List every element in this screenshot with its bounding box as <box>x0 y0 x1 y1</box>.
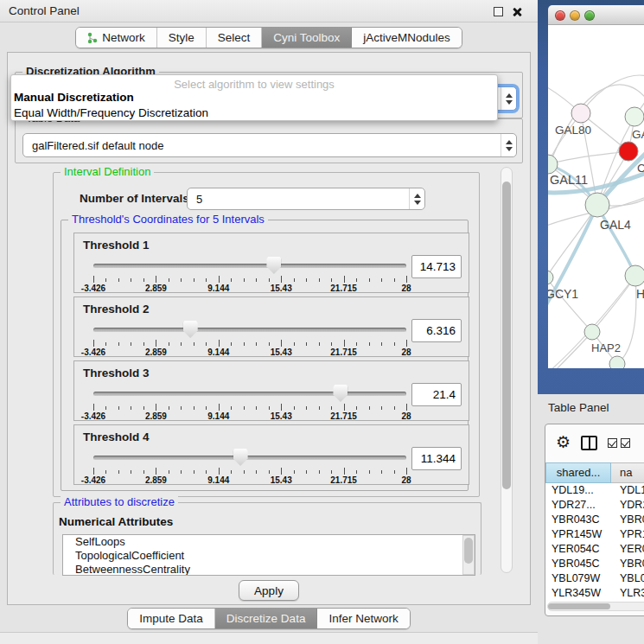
control-panel-titlebar: Control Panel <box>0 0 538 22</box>
threshold-value-field[interactable]: 6.316 <box>411 319 462 342</box>
threshold-value-field[interactable]: 14.713 <box>411 255 462 278</box>
network-node[interactable] <box>571 104 590 123</box>
close-traffic-light[interactable] <box>555 10 565 21</box>
table-data-combobox[interactable]: galFiltered.sif default node <box>22 133 517 157</box>
slider-handle[interactable] <box>266 257 281 274</box>
tick-mark <box>406 276 407 283</box>
tick-mark <box>369 342 370 346</box>
network-node[interactable] <box>548 271 553 284</box>
slider-handle[interactable] <box>333 385 348 402</box>
tab-infer-network[interactable]: Infer Network <box>317 609 409 628</box>
network-node[interactable] <box>619 142 638 161</box>
network-node[interactable] <box>585 193 609 217</box>
table-row[interactable]: YBL079WYBL0 <box>545 571 644 586</box>
tab-discretize-data[interactable]: Discretize Data <box>215 609 318 628</box>
zoom-traffic-light[interactable] <box>584 10 595 21</box>
tick-mark <box>231 470 232 474</box>
tick-mark <box>356 406 357 410</box>
algorithm-item-manual[interactable]: Manual Discretization <box>11 90 497 105</box>
cell-shared-name: YLR345W <box>545 586 611 601</box>
checkbox-checked-icon[interactable] <box>621 438 630 448</box>
threshold-value-field[interactable]: 21.4 <box>411 383 462 406</box>
attribute-list-item[interactable]: TopologicalCoefficient <box>63 549 475 563</box>
slider-handle[interactable] <box>183 321 198 338</box>
slider-ticks <box>93 404 406 411</box>
tick-mark <box>306 278 307 282</box>
tick-label: 2.859 <box>145 348 167 357</box>
checkbox-checked-icon[interactable] <box>608 438 617 448</box>
tick-mark <box>306 470 307 474</box>
tick-label: 15.43 <box>271 284 292 293</box>
number-of-intervals-combobox[interactable]: 5 <box>187 188 425 210</box>
network-node[interactable] <box>625 265 644 286</box>
attribute-list-item[interactable]: SelfLoops <box>63 535 475 549</box>
close-icon[interactable] <box>511 6 522 17</box>
numerical-attributes-list[interactable]: SelfLoopsTopologicalCoefficientBetweenne… <box>62 534 475 576</box>
table-data-group: Table Data galFiltered.sif default node <box>15 118 523 163</box>
tab-cyni-toolbox[interactable]: Cyni Toolbox <box>262 28 352 48</box>
node-label: H <box>636 287 644 301</box>
cell-shared-name: YDR27... <box>545 498 611 513</box>
network-edge[interactable] <box>548 205 597 277</box>
tick-mark <box>206 470 207 474</box>
cell-name: YLR3 <box>611 586 644 601</box>
table-row[interactable]: YDR27...YDR2 <box>545 498 644 513</box>
column-header-shared-name[interactable]: shared... <box>545 462 611 483</box>
slider-track[interactable] <box>93 392 406 396</box>
columns-icon[interactable] <box>581 436 597 450</box>
algorithm-prompt-item[interactable]: Select algorithm to view settings <box>11 75 497 90</box>
network-node[interactable] <box>584 324 600 340</box>
tick-mark <box>231 342 232 346</box>
tab-jactivemnodules[interactable]: jActiveMNodules <box>352 28 462 48</box>
threshold-slider[interactable]: -3.4262.8599.14415.4321.71528 <box>93 384 406 420</box>
tab-style[interactable]: Style <box>157 28 207 48</box>
slider-track[interactable] <box>93 456 406 460</box>
slider-track[interactable] <box>93 328 406 332</box>
minimize-traffic-light[interactable] <box>570 10 580 21</box>
node-label: GAL4 <box>600 218 631 232</box>
slider-track[interactable] <box>93 264 406 268</box>
tab-network[interactable]: Network <box>76 28 157 48</box>
table-row[interactable]: YBR045CYBR0 <box>545 557 644 571</box>
tick-mark <box>244 406 245 410</box>
threshold-value-field[interactable]: 11.344 <box>411 447 462 470</box>
threshold-slider[interactable]: -3.4262.8599.14415.4321.71528 <box>93 256 406 292</box>
attributes-list-scrollbar[interactable] <box>462 535 475 575</box>
table-row[interactable]: YDL19...YDL1 <box>545 483 644 498</box>
combo-arrows-icon <box>501 87 516 110</box>
network-canvas[interactable]: GAL80GACGAL11GAL4GCY1HHAP2 <box>548 25 644 368</box>
apply-button[interactable]: Apply <box>239 580 299 601</box>
tab-impute-data[interactable]: Impute Data <box>128 609 215 628</box>
tick-mark <box>394 278 395 282</box>
gear-icon[interactable]: ⚙ <box>556 434 571 451</box>
network-node[interactable] <box>625 107 644 126</box>
attribute-list-item[interactable]: BetweennessCentrality <box>63 563 475 576</box>
tick-mark <box>219 276 220 283</box>
network-edge[interactable] <box>548 332 592 368</box>
table-row[interactable]: YLR345WYLR3 <box>545 586 644 601</box>
tab-label: Infer Network <box>328 612 398 625</box>
tab-select[interactable]: Select <box>207 28 263 48</box>
tick-label: 9.144 <box>207 348 229 357</box>
table-row[interactable]: YER054CYER0 <box>545 542 644 557</box>
float-window-icon[interactable] <box>494 7 503 16</box>
slider-handle[interactable] <box>233 449 248 466</box>
tick-mark <box>269 278 270 282</box>
tick-mark <box>344 276 345 283</box>
algorithm-item-equal-width[interactable]: Equal Width/Frequency Discretization <box>11 105 497 121</box>
tick-label: 21.715 <box>330 411 357 421</box>
tick-mark <box>369 470 370 474</box>
table-horizontal-scrollbar[interactable] <box>547 602 644 611</box>
network-edge[interactable] <box>548 277 592 332</box>
table-row[interactable]: YPR145WYPR1 <box>545 527 644 542</box>
network-node[interactable] <box>609 356 625 368</box>
tick-mark <box>344 340 345 347</box>
threshold-label: Threshold 4 <box>83 430 150 443</box>
threshold-slider[interactable]: -3.4262.8599.14415.4321.71528 <box>93 448 406 484</box>
table-row[interactable]: YBR043CYBR0 <box>545 513 644 527</box>
column-header-name[interactable]: na <box>611 462 644 483</box>
threshold-slider[interactable]: -3.4262.8599.14415.4321.71528 <box>93 320 406 356</box>
settings-vertical-scrollbar[interactable] <box>501 167 513 573</box>
table-header-row: shared... na <box>545 462 644 483</box>
tick-mark <box>194 278 194 282</box>
